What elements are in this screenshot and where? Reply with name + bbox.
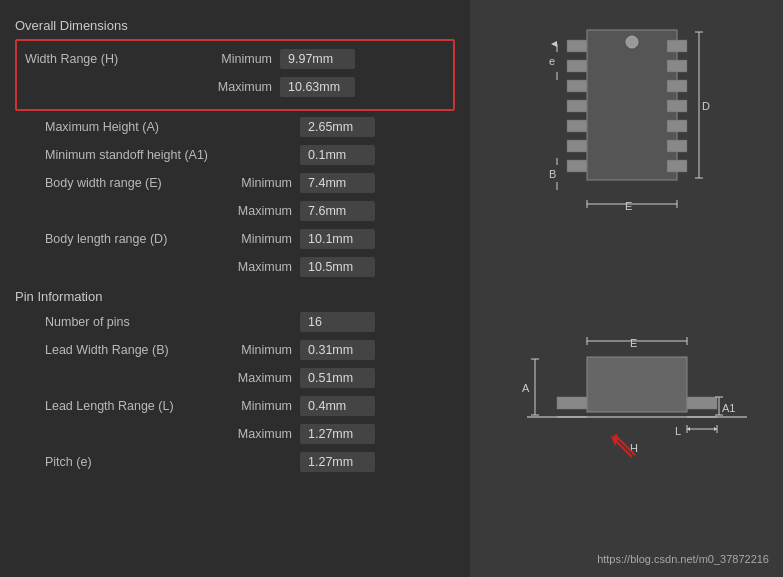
svg-rect-5 xyxy=(567,100,587,112)
lead-width-max-row: Maximum 0.51mm xyxy=(15,366,455,390)
width-min-value: 9.97mm xyxy=(280,49,355,69)
svg-rect-10 xyxy=(667,60,687,72)
lead-length-label: Lead Length Range (L) xyxy=(45,399,235,413)
width-max-value: 10.63mm xyxy=(280,77,355,97)
min-standoff-row: Minimum standoff height (A1) 0.1mm xyxy=(15,143,455,167)
lead-length-max-row: Maximum 1.27mm xyxy=(15,422,455,446)
right-panel: e B D E xyxy=(470,0,783,577)
body-width-max-label: Maximum xyxy=(235,204,300,218)
pitch-row: Pitch (e) 1.27mm xyxy=(15,450,455,474)
svg-rect-4 xyxy=(567,80,587,92)
min-standoff-label: Minimum standoff height (A1) xyxy=(45,148,235,162)
main-container: Overall Dimensions Width Range (H) Minim… xyxy=(0,0,783,577)
svg-rect-34 xyxy=(557,397,587,409)
num-pins-label: Number of pins xyxy=(45,315,235,329)
min-standoff-value: 0.1mm xyxy=(300,145,375,165)
blog-url: https://blog.csdn.net/m0_37872216 xyxy=(597,553,773,567)
svg-rect-8 xyxy=(567,160,587,172)
lead-width-max-label: Maximum xyxy=(235,371,300,385)
body-width-min-row: Body width range (E) Minimum 7.4mm xyxy=(15,171,455,195)
svg-rect-12 xyxy=(667,100,687,112)
body-length-min-label: Minimum xyxy=(235,232,300,246)
width-range-max-row: Maximum 10.63mm xyxy=(25,75,445,99)
body-width-max-row: Maximum 7.6mm xyxy=(15,199,455,223)
width-range-min-row: Width Range (H) Minimum 9.97mm xyxy=(25,47,445,71)
body-length-max-value: 10.5mm xyxy=(300,257,375,277)
width-range-label: Width Range (H) xyxy=(25,52,215,66)
svg-rect-7 xyxy=(567,140,587,152)
svg-rect-36 xyxy=(687,397,717,409)
svg-rect-11 xyxy=(667,80,687,92)
lead-width-max-value: 0.51mm xyxy=(300,368,375,388)
bottom-diagram: A A1 E L xyxy=(517,297,737,497)
body-width-min-label: Minimum xyxy=(235,176,300,190)
svg-rect-9 xyxy=(667,40,687,52)
body-width-label: Body width range (E) xyxy=(45,176,235,190)
pin-information-title: Pin Information xyxy=(15,289,455,304)
pitch-value: 1.27mm xyxy=(300,452,375,472)
lead-length-min-value: 0.4mm xyxy=(300,396,375,416)
body-width-max-value: 7.6mm xyxy=(300,201,375,221)
lead-width-min-value: 0.31mm xyxy=(300,340,375,360)
svg-rect-13 xyxy=(667,120,687,132)
body-length-min-row: Body length range (D) Minimum 10.1mm xyxy=(15,227,455,251)
svg-text:A: A xyxy=(522,382,530,394)
width-min-label: Minimum xyxy=(215,52,280,66)
overall-dimensions-title: Overall Dimensions xyxy=(15,18,455,33)
svg-text:D: D xyxy=(702,100,710,112)
max-height-row: Maximum Height (A) 2.65mm xyxy=(15,115,455,139)
width-max-label: Maximum xyxy=(215,80,280,94)
left-panel: Overall Dimensions Width Range (H) Minim… xyxy=(0,0,470,577)
lead-length-max-value: 1.27mm xyxy=(300,424,375,444)
pin-information-section: Pin Information Number of pins 16 Lead W… xyxy=(15,289,455,474)
body-length-min-value: 10.1mm xyxy=(300,229,375,249)
max-height-value: 2.65mm xyxy=(300,117,375,137)
body-length-max-label: Maximum xyxy=(235,260,300,274)
svg-rect-14 xyxy=(667,140,687,152)
body-width-min-value: 7.4mm xyxy=(300,173,375,193)
svg-rect-1 xyxy=(587,30,677,180)
num-pins-value: 16 xyxy=(300,312,375,332)
svg-text:A1: A1 xyxy=(722,402,735,414)
lead-width-min-label: Minimum xyxy=(235,343,300,357)
svg-rect-15 xyxy=(667,160,687,172)
top-diagram: e B D E xyxy=(527,10,727,240)
svg-rect-2 xyxy=(567,40,587,52)
lead-length-min-label: Minimum xyxy=(235,399,300,413)
max-height-label: Maximum Height (A) xyxy=(45,120,235,134)
lead-length-min-row: Lead Length Range (L) Minimum 0.4mm xyxy=(15,394,455,418)
num-pins-row: Number of pins 16 xyxy=(15,310,455,334)
svg-text:B: B xyxy=(549,168,556,180)
width-range-box: Width Range (H) Minimum 9.97mm Maximum 1… xyxy=(15,39,455,111)
lead-length-max-label: Maximum xyxy=(235,427,300,441)
svg-rect-6 xyxy=(567,120,587,132)
svg-text:E: E xyxy=(630,337,637,349)
lead-width-label: Lead Width Range (B) xyxy=(45,343,235,357)
svg-point-16 xyxy=(626,36,638,48)
svg-text:L: L xyxy=(675,425,681,437)
svg-text:e: e xyxy=(549,55,555,67)
svg-text:E: E xyxy=(625,200,632,212)
svg-rect-3 xyxy=(567,60,587,72)
lead-width-min-row: Lead Width Range (B) Minimum 0.31mm xyxy=(15,338,455,362)
pitch-label: Pitch (e) xyxy=(45,455,235,469)
svg-rect-33 xyxy=(587,357,687,412)
body-length-label: Body length range (D) xyxy=(45,232,235,246)
body-length-max-row: Maximum 10.5mm xyxy=(15,255,455,279)
